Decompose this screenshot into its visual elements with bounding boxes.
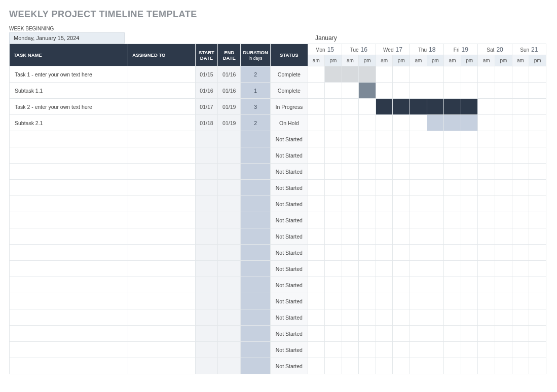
start-date-cell[interactable] (195, 131, 218, 147)
end-date-cell[interactable] (218, 196, 241, 212)
end-date-cell[interactable] (218, 228, 241, 245)
end-date-cell[interactable] (218, 180, 241, 196)
duration-cell[interactable] (241, 326, 271, 342)
start-date-cell[interactable] (195, 309, 218, 326)
assigned-cell[interactable] (128, 131, 195, 147)
start-date-cell[interactable] (195, 196, 218, 212)
status-cell[interactable]: Complete (271, 83, 308, 99)
task-cell[interactable] (10, 228, 128, 245)
task-cell[interactable] (10, 147, 128, 164)
assigned-cell[interactable] (128, 326, 195, 342)
assigned-cell[interactable] (128, 66, 195, 83)
task-cell[interactable] (10, 342, 128, 358)
start-date-cell[interactable] (195, 164, 218, 180)
task-cell[interactable] (10, 358, 128, 374)
status-cell[interactable]: Not Started (271, 261, 308, 277)
duration-cell[interactable] (241, 277, 271, 293)
week-begin-value[interactable]: Monday, January 15, 2024 (9, 32, 125, 44)
status-cell[interactable]: Not Started (271, 245, 308, 261)
status-cell[interactable]: Not Started (271, 309, 308, 326)
end-date-cell[interactable] (218, 261, 241, 277)
duration-cell[interactable]: 2 (241, 66, 271, 83)
duration-cell[interactable] (241, 293, 271, 309)
assigned-cell[interactable] (128, 228, 195, 245)
duration-cell[interactable]: 3 (241, 99, 271, 115)
start-date-cell[interactable] (195, 245, 218, 261)
assigned-cell[interactable] (128, 261, 195, 277)
start-date-cell[interactable] (195, 326, 218, 342)
end-date-cell[interactable] (218, 164, 241, 180)
end-date-cell[interactable] (218, 293, 241, 309)
start-date-cell[interactable] (195, 342, 218, 358)
status-cell[interactable]: Not Started (271, 277, 308, 293)
start-date-cell[interactable] (195, 293, 218, 309)
start-date-cell[interactable]: 01/15 (195, 66, 218, 83)
duration-cell[interactable] (241, 228, 271, 245)
assigned-cell[interactable] (128, 164, 195, 180)
end-date-cell[interactable] (218, 342, 241, 358)
task-cell[interactable] (10, 212, 128, 228)
start-date-cell[interactable] (195, 180, 218, 196)
end-date-cell[interactable]: 01/16 (218, 83, 241, 99)
start-date-cell[interactable] (195, 261, 218, 277)
task-cell[interactable] (10, 277, 128, 293)
start-date-cell[interactable]: 01/17 (195, 99, 218, 115)
end-date-cell[interactable] (218, 309, 241, 326)
end-date-cell[interactable] (218, 212, 241, 228)
duration-cell[interactable] (241, 164, 271, 180)
assigned-cell[interactable] (128, 99, 195, 115)
assigned-cell[interactable] (128, 358, 195, 374)
status-cell[interactable]: Not Started (271, 147, 308, 164)
end-date-cell[interactable] (218, 131, 241, 147)
duration-cell[interactable]: 2 (241, 115, 271, 131)
status-cell[interactable]: Not Started (271, 212, 308, 228)
assigned-cell[interactable] (128, 212, 195, 228)
assigned-cell[interactable] (128, 342, 195, 358)
duration-cell[interactable] (241, 245, 271, 261)
task-cell[interactable] (10, 245, 128, 261)
duration-cell[interactable] (241, 180, 271, 196)
end-date-cell[interactable] (218, 245, 241, 261)
task-cell[interactable] (10, 261, 128, 277)
duration-cell[interactable] (241, 342, 271, 358)
task-cell[interactable]: Task 2 - enter your own text here (10, 99, 128, 115)
assigned-cell[interactable] (128, 147, 195, 164)
duration-cell[interactable] (241, 261, 271, 277)
duration-cell[interactable] (241, 131, 271, 147)
start-date-cell[interactable]: 01/18 (195, 115, 218, 131)
duration-cell[interactable]: 1 (241, 83, 271, 99)
status-cell[interactable]: Not Started (271, 342, 308, 358)
task-cell[interactable] (10, 180, 128, 196)
assigned-cell[interactable] (128, 115, 195, 131)
start-date-cell[interactable] (195, 147, 218, 164)
end-date-cell[interactable] (218, 326, 241, 342)
end-date-cell[interactable]: 01/16 (218, 66, 241, 83)
task-cell[interactable]: Subtask 1.1 (10, 83, 128, 99)
task-cell[interactable]: Subtask 2.1 (10, 115, 128, 131)
status-cell[interactable]: Not Started (271, 131, 308, 147)
duration-cell[interactable] (241, 309, 271, 326)
status-cell[interactable]: Complete (271, 66, 308, 83)
assigned-cell[interactable] (128, 293, 195, 309)
assigned-cell[interactable] (128, 83, 195, 99)
assigned-cell[interactable] (128, 245, 195, 261)
task-cell[interactable] (10, 326, 128, 342)
status-cell[interactable]: Not Started (271, 228, 308, 245)
assigned-cell[interactable] (128, 196, 195, 212)
status-cell[interactable]: On Hold (271, 115, 308, 131)
start-date-cell[interactable] (195, 212, 218, 228)
status-cell[interactable]: Not Started (271, 164, 308, 180)
task-cell[interactable] (10, 164, 128, 180)
start-date-cell[interactable] (195, 358, 218, 374)
status-cell[interactable]: Not Started (271, 180, 308, 196)
status-cell[interactable]: Not Started (271, 358, 308, 374)
end-date-cell[interactable] (218, 147, 241, 164)
task-cell[interactable] (10, 309, 128, 326)
end-date-cell[interactable] (218, 358, 241, 374)
task-cell[interactable] (10, 131, 128, 147)
end-date-cell[interactable]: 01/19 (218, 115, 241, 131)
assigned-cell[interactable] (128, 309, 195, 326)
assigned-cell[interactable] (128, 277, 195, 293)
task-cell[interactable]: Task 1 - enter your own text here (10, 66, 128, 83)
start-date-cell[interactable] (195, 228, 218, 245)
